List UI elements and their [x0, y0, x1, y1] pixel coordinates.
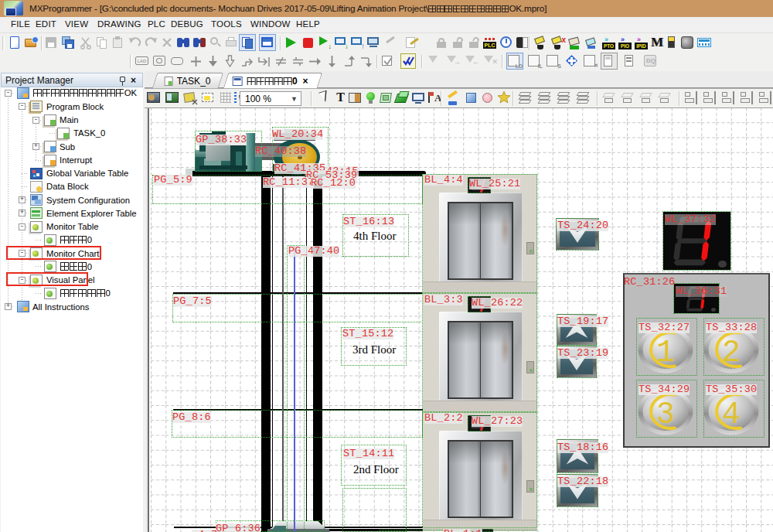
svg-text:3: 3: [656, 397, 675, 432]
svg-text:1: 1: [656, 336, 675, 370]
svg-text:4: 4: [722, 397, 741, 432]
svg-text:2: 2: [722, 336, 741, 370]
